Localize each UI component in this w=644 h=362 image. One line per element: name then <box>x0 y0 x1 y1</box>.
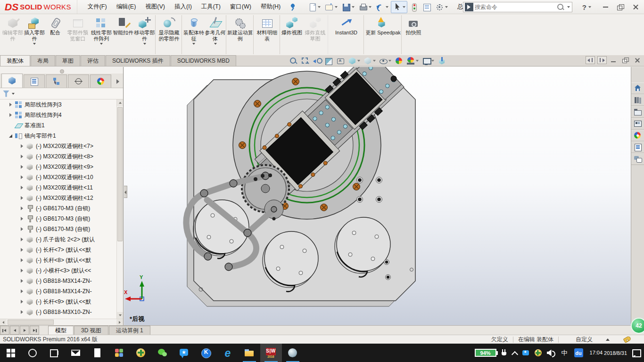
clock-indicator[interactable]: 17:04 2018/8/31 <box>588 350 627 356</box>
sw-resources-tab[interactable] <box>631 82 644 94</box>
cortana-search-button[interactable] <box>22 344 43 362</box>
select-tool-button[interactable] <box>391 1 407 13</box>
menu-window[interactable]: 窗口(W) <box>225 0 256 14</box>
update-speedpak-button[interactable]: 更新 Speedpak <box>365 15 402 54</box>
view-settings-button[interactable] <box>421 57 435 66</box>
expand-arrow-icon[interactable] <box>19 216 25 222</box>
tree-item[interactable]: (-) GB6170-M3 (自锁) <box>0 214 116 224</box>
tree-item[interactable]: (-) M3X20双通铜柱<7> <box>0 141 116 151</box>
view-orientation-button[interactable] <box>347 57 361 66</box>
show-hidden-components-button[interactable]: 显示隐藏的零部件 <box>157 15 182 54</box>
baidu-ime-indicator[interactable]: du <box>573 348 583 357</box>
expand-arrow-icon[interactable] <box>8 133 14 139</box>
take-snapshot-button[interactable]: 拍快照 <box>403 15 424 54</box>
edit-component-button[interactable]: 编辑零部件 <box>2 15 24 54</box>
tree-item[interactable]: (-) M3X20双通铜柱<8> <box>0 151 116 162</box>
help-button[interactable]: ? <box>582 2 593 12</box>
expand-arrow-icon[interactable] <box>19 206 25 211</box>
explode-line-sketch-button[interactable]: 爆炸直线草图 <box>303 15 328 54</box>
previous-tab-button[interactable] <box>10 326 19 335</box>
menu-file[interactable]: 文件(F) <box>83 0 112 14</box>
expand-arrow-icon[interactable] <box>19 278 25 284</box>
expand-arrow-icon[interactable] <box>8 112 14 118</box>
security-tray-icon[interactable] <box>535 349 542 356</box>
appearances-scenes-tab[interactable] <box>631 130 644 141</box>
tree-item[interactable]: (-) GB6170-M3 (自锁) <box>0 224 116 234</box>
graphics-viewport[interactable]: X Y *后视 <box>124 67 631 325</box>
scrollbar-thumb[interactable] <box>117 107 123 241</box>
tree-item[interactable]: (-) M3X20双通铜柱<11 <box>0 182 116 193</box>
scrollbar-thumb[interactable] <box>8 320 54 325</box>
edge-browser-app[interactable]: e <box>217 344 239 362</box>
expand-arrow-icon[interactable] <box>19 195 25 201</box>
view-annotations-button[interactable] <box>336 57 346 66</box>
pin-menu-icon[interactable] <box>287 2 297 12</box>
tree-item-pattern3[interactable]: 局部线性阵列3 <box>0 99 116 110</box>
menu-edit[interactable]: 编辑(E) <box>112 0 141 14</box>
assembly-features-button[interactable]: 装配体特征 <box>183 15 205 54</box>
tab-sw-addins[interactable]: SOLIDWORKS 插件 <box>106 55 170 66</box>
tree-item[interactable]: (-) 小横杆<3> (默认<< <box>0 265 116 276</box>
smart-fasteners-button[interactable]: 智能扣件 <box>112 15 134 54</box>
panel-splitter-grip[interactable] <box>0 67 123 74</box>
zoom-area-button[interactable] <box>300 57 310 66</box>
tab-evaluate[interactable]: 评估 <box>81 55 105 66</box>
tab-sw-mbd[interactable]: SOLIDWORKS MBD <box>171 55 236 66</box>
tree-item-plane1[interactable]: 基准面1 <box>0 120 116 131</box>
doc-restore-button[interactable] <box>621 56 630 64</box>
3d-drawing-view-button[interactable] <box>437 57 447 66</box>
filter-funnel-icon[interactable] <box>2 90 10 98</box>
new-document-button[interactable] <box>306 1 322 13</box>
view-palette-tab[interactable] <box>631 118 644 130</box>
hide-show-items-button[interactable] <box>379 57 392 66</box>
doc-minimize-button[interactable] <box>609 56 619 64</box>
scroll-left-icon[interactable] <box>0 319 7 325</box>
collapse-right-pane-button[interactable] <box>597 56 607 64</box>
expand-arrow-icon[interactable] <box>8 102 14 107</box>
expand-arrow-icon[interactable] <box>19 288 25 294</box>
new-motion-study-button[interactable]: 新建运动算例 <box>227 15 254 54</box>
exploded-view-button[interactable]: 爆炸视图 <box>281 15 303 54</box>
star-messenger-app[interactable]: ★ <box>173 344 195 362</box>
menu-tools[interactable]: 工具(T) <box>197 0 225 14</box>
instant3d-button[interactable]: Instant3D <box>329 15 364 54</box>
next-tab-button[interactable] <box>20 326 29 335</box>
zoom-fit-button[interactable] <box>289 57 298 66</box>
expand-arrow-icon[interactable] <box>19 309 25 315</box>
action-center-button[interactable] <box>632 349 640 356</box>
help-dropdown-icon[interactable] <box>588 6 591 8</box>
last-tab-button[interactable] <box>30 326 39 335</box>
tree-item[interactable]: (-) GB6170-M3 (自锁) <box>0 203 116 214</box>
3d-views-tab[interactable]: 3D 视图 <box>74 326 108 335</box>
units-selector[interactable]: 自定义 <box>576 336 593 344</box>
expand-arrow-icon[interactable] <box>19 164 25 170</box>
expand-arrow-icon[interactable] <box>8 123 14 128</box>
options-button[interactable] <box>433 1 450 13</box>
display-style-button[interactable] <box>363 57 377 66</box>
model-tab[interactable]: 模型 <box>48 326 74 335</box>
undo-button[interactable] <box>374 1 390 13</box>
expand-arrow-icon[interactable] <box>19 226 25 232</box>
insert-components-button[interactable]: 插入零部件 <box>24 15 45 54</box>
dimxpertmanager-tab[interactable] <box>68 74 89 88</box>
search-scope-icon[interactable] <box>465 3 473 11</box>
photo-viewer-app[interactable] <box>108 344 130 362</box>
expand-arrow-icon[interactable] <box>19 257 25 263</box>
close-button[interactable] <box>629 2 642 12</box>
panel-collapse-handle[interactable] <box>124 186 127 198</box>
move-component-button[interactable]: 移动零部件 <box>134 15 156 54</box>
menu-insert[interactable]: 插入(I) <box>170 0 197 14</box>
search-input[interactable] <box>475 4 557 10</box>
start-button[interactable] <box>0 344 22 362</box>
first-tab-button[interactable] <box>0 326 9 335</box>
featuremanager-tab[interactable] <box>1 74 23 88</box>
linear-component-pattern-button[interactable]: 线性零部件阵列 <box>91 15 112 54</box>
overlay-badge[interactable]: 42 <box>631 318 644 334</box>
tree-item[interactable]: (-) 爪子齿轮 2<2> (默认 <box>0 234 116 245</box>
minimize-button[interactable] <box>599 2 612 12</box>
motion-study-tab[interactable]: 运动算例 1 <box>109 326 150 335</box>
tree-item[interactable]: (-) M3X20双通铜柱<10 <box>0 172 116 182</box>
tree-item-pattern4[interactable]: 局部线性阵列4 <box>0 110 116 120</box>
display-settings-button[interactable] <box>421 1 433 13</box>
tab-sketch[interactable]: 草图 <box>56 55 80 66</box>
